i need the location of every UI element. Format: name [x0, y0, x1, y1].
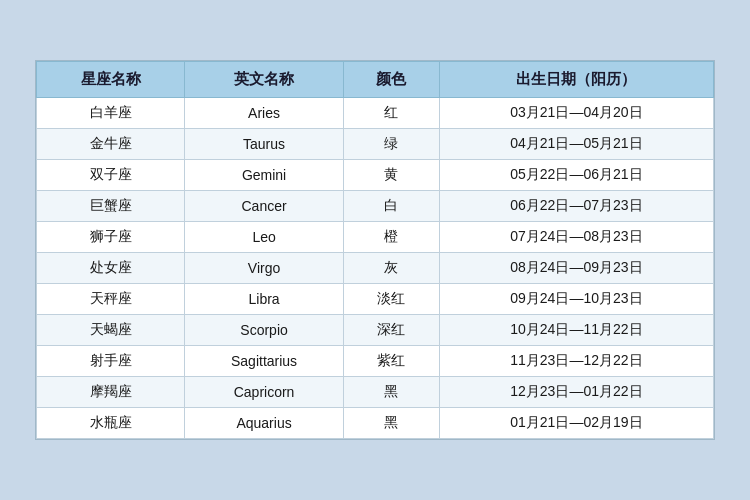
cell-chinese-name: 摩羯座 [37, 377, 185, 408]
cell-date: 07月24日—08月23日 [439, 222, 713, 253]
zodiac-table-container: 星座名称 英文名称 颜色 出生日期（阳历） 白羊座Aries红03月21日—04… [35, 60, 715, 440]
table-header-row: 星座名称 英文名称 颜色 出生日期（阳历） [37, 62, 714, 98]
cell-color: 黑 [343, 408, 439, 439]
cell-color: 橙 [343, 222, 439, 253]
cell-date: 10月24日—11月22日 [439, 315, 713, 346]
table-row: 巨蟹座Cancer白06月22日—07月23日 [37, 191, 714, 222]
cell-english-name: Cancer [185, 191, 344, 222]
cell-english-name: Capricorn [185, 377, 344, 408]
cell-color: 淡红 [343, 284, 439, 315]
table-row: 处女座Virgo灰08月24日—09月23日 [37, 253, 714, 284]
table-row: 狮子座Leo橙07月24日—08月23日 [37, 222, 714, 253]
cell-english-name: Libra [185, 284, 344, 315]
cell-date: 09月24日—10月23日 [439, 284, 713, 315]
cell-date: 04月21日—05月21日 [439, 129, 713, 160]
cell-chinese-name: 金牛座 [37, 129, 185, 160]
cell-english-name: Gemini [185, 160, 344, 191]
cell-date: 03月21日—04月20日 [439, 98, 713, 129]
cell-chinese-name: 天蝎座 [37, 315, 185, 346]
cell-color: 灰 [343, 253, 439, 284]
cell-color: 黑 [343, 377, 439, 408]
cell-english-name: Scorpio [185, 315, 344, 346]
cell-date: 11月23日—12月22日 [439, 346, 713, 377]
header-color: 颜色 [343, 62, 439, 98]
cell-english-name: Sagittarius [185, 346, 344, 377]
cell-color: 白 [343, 191, 439, 222]
cell-english-name: Taurus [185, 129, 344, 160]
cell-chinese-name: 处女座 [37, 253, 185, 284]
cell-date: 01月21日—02月19日 [439, 408, 713, 439]
cell-english-name: Virgo [185, 253, 344, 284]
table-body: 白羊座Aries红03月21日—04月20日金牛座Taurus绿04月21日—0… [37, 98, 714, 439]
cell-chinese-name: 双子座 [37, 160, 185, 191]
table-row: 金牛座Taurus绿04月21日—05月21日 [37, 129, 714, 160]
cell-chinese-name: 天秤座 [37, 284, 185, 315]
table-row: 射手座Sagittarius紫红11月23日—12月22日 [37, 346, 714, 377]
cell-english-name: Aquarius [185, 408, 344, 439]
cell-date: 06月22日—07月23日 [439, 191, 713, 222]
table-row: 天蝎座Scorpio深红10月24日—11月22日 [37, 315, 714, 346]
cell-color: 绿 [343, 129, 439, 160]
cell-chinese-name: 白羊座 [37, 98, 185, 129]
table-row: 双子座Gemini黄05月22日—06月21日 [37, 160, 714, 191]
cell-chinese-name: 巨蟹座 [37, 191, 185, 222]
table-row: 白羊座Aries红03月21日—04月20日 [37, 98, 714, 129]
cell-date: 12月23日—01月22日 [439, 377, 713, 408]
cell-color: 红 [343, 98, 439, 129]
table-row: 摩羯座Capricorn黑12月23日—01月22日 [37, 377, 714, 408]
cell-date: 05月22日—06月21日 [439, 160, 713, 191]
cell-english-name: Aries [185, 98, 344, 129]
cell-english-name: Leo [185, 222, 344, 253]
header-date: 出生日期（阳历） [439, 62, 713, 98]
cell-color: 紫红 [343, 346, 439, 377]
header-english-name: 英文名称 [185, 62, 344, 98]
cell-chinese-name: 射手座 [37, 346, 185, 377]
cell-color: 黄 [343, 160, 439, 191]
header-chinese-name: 星座名称 [37, 62, 185, 98]
table-row: 水瓶座Aquarius黑01月21日—02月19日 [37, 408, 714, 439]
cell-color: 深红 [343, 315, 439, 346]
zodiac-table: 星座名称 英文名称 颜色 出生日期（阳历） 白羊座Aries红03月21日—04… [36, 61, 714, 439]
cell-chinese-name: 水瓶座 [37, 408, 185, 439]
cell-chinese-name: 狮子座 [37, 222, 185, 253]
table-row: 天秤座Libra淡红09月24日—10月23日 [37, 284, 714, 315]
cell-date: 08月24日—09月23日 [439, 253, 713, 284]
